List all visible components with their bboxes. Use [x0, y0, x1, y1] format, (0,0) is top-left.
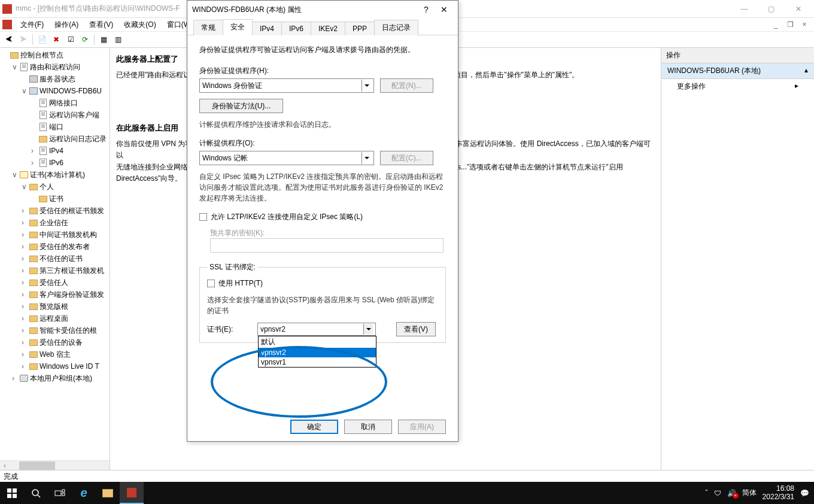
ssl-desc: 选择安全套接字隧道协议(SSTP)服务器应用来与 SSL (Web 侦听器)绑定… — [207, 294, 438, 316]
tray-volume-icon[interactable]: 🔊× — [727, 489, 736, 497]
collapse-icon[interactable]: ▴ — [804, 66, 808, 76]
tree-local-users[interactable]: ›本地用户和组(本地) — [0, 372, 110, 384]
tray-ime[interactable]: 简体 — [742, 488, 757, 498]
tree-enterprise[interactable]: ›企业信任 — [0, 217, 110, 229]
chevron-down-icon — [363, 324, 373, 335]
tree-trusted-pub[interactable]: ›受信任的发布者 — [0, 241, 110, 253]
tree-preview[interactable]: ›预览版根 — [0, 300, 110, 312]
tab-ppp[interactable]: PPP — [345, 22, 375, 35]
tree-root[interactable]: 控制台根节点 — [0, 49, 110, 61]
menu-action[interactable]: 操作(A) — [50, 19, 83, 31]
tab-ipv4[interactable]: IPv4 — [252, 22, 282, 35]
auth-provider-select[interactable]: Windows 身份验证 — [199, 78, 374, 93]
cert-option-vpnsvr2[interactable]: vpnsvr2 — [259, 348, 376, 357]
tree-intermediate[interactable]: ›中间证书颁发机构 — [0, 229, 110, 241]
system-tray: ˆ 🛡 🔊× 简体 16:08 2022/3/31 💬 — [706, 485, 814, 500]
tree-remote-desktop[interactable]: ›远程桌面 — [0, 312, 110, 324]
auth-method-button[interactable]: 身份验证方法(U)... — [199, 99, 283, 113]
taskbar: e ˆ 🛡 🔊× 简体 16:08 2022/3/31 💬 — [0, 482, 814, 504]
menu-file[interactable]: 文件(F) — [16, 19, 48, 31]
tree-ra-log[interactable]: 远程访问日志记录 — [0, 133, 110, 145]
cancel-button[interactable]: 取消 — [344, 420, 392, 434]
acct-provider-select[interactable]: Windows 记帐 — [199, 151, 374, 165]
dialog-buttons: 确定 取消 应用(A) — [290, 420, 446, 434]
search-button[interactable] — [24, 482, 48, 504]
mdi-restore[interactable]: ❐ — [783, 19, 797, 30]
up-button[interactable]: 📄 — [35, 33, 48, 46]
tree-pane[interactable]: 控制台根节点 ∨路由和远程访问 服务器状态 ∨WINDOWS-FDB6U 网络接… — [0, 48, 110, 470]
configure-c-button: 配置(C)... — [380, 151, 433, 165]
tree-winlive[interactable]: ›Windows Live ID T — [0, 360, 110, 372]
tree-ipv4[interactable]: ›IPv4 — [0, 145, 110, 157]
mdi-close[interactable]: × — [797, 19, 812, 30]
app-icon — [2, 20, 12, 29]
close-button[interactable]: ✕ — [785, 0, 812, 18]
svg-rect-3 — [13, 494, 17, 498]
help-button[interactable]: ▦ — [97, 33, 110, 46]
tree-trusted-root[interactable]: ›受信任的根证书颁发 — [0, 205, 110, 217]
back-button[interactable]: ⮜ — [2, 33, 16, 46]
start-button[interactable] — [0, 482, 24, 504]
tree-third-party[interactable]: ›第三方根证书颁发机 — [0, 265, 110, 277]
tab-security[interactable]: 安全 — [223, 19, 253, 35]
tree-server[interactable]: ∨WINDOWS-FDB6U — [0, 85, 110, 97]
minimize-button[interactable]: — — [731, 0, 758, 18]
menu-view[interactable]: 查看(V) — [84, 19, 118, 31]
maximize-button[interactable]: ▢ — [758, 0, 785, 18]
properties-button[interactable]: ☑ — [64, 33, 77, 46]
ok-button[interactable]: 确定 — [290, 420, 338, 434]
tree-netif[interactable]: 网络接口 — [0, 97, 110, 109]
actions-sub[interactable]: WINDOWS-FDB6UAR (本地)▴ — [661, 63, 814, 79]
tray-chevron-icon[interactable]: ˆ — [706, 489, 708, 497]
help-button[interactable]: ? — [417, 5, 435, 14]
tree-trusted-dev[interactable]: ›受信任的设备 — [0, 336, 110, 348]
svg-rect-2 — [7, 494, 11, 498]
tree-web-host[interactable]: ›Web 宿主 — [0, 348, 110, 360]
menu-fav[interactable]: 收藏夹(O) — [119, 19, 160, 31]
tree-server-status[interactable]: 服务器状态 — [0, 73, 110, 85]
view-button[interactable]: ▥ — [111, 33, 124, 46]
cert-option-default[interactable]: 默认 — [259, 336, 376, 348]
taskbar-mmc[interactable] — [120, 482, 144, 504]
allow-ipsec-checkbox[interactable] — [199, 213, 207, 221]
svg-line-5 — [38, 495, 40, 497]
use-http-checkbox[interactable] — [207, 280, 215, 287]
use-http-label: 使用 HTTP(T) — [218, 278, 263, 289]
refresh-button[interactable]: ⟳ — [78, 33, 92, 46]
taskbar-explorer[interactable] — [96, 482, 120, 504]
tree-hscroll[interactable]: ‹ — [0, 460, 110, 470]
tree-ipv6[interactable]: ›IPv6 — [0, 157, 110, 169]
cert-dropdown[interactable]: 默认 vpnsvr2 vpnsvr1 — [258, 336, 376, 368]
tab-logging[interactable]: 日志记录 — [374, 20, 418, 35]
svg-rect-0 — [7, 488, 11, 493]
tree-trusted-people[interactable]: ›受信任人 — [0, 277, 110, 289]
tree-certs[interactable]: ∨证书(本地计算机) — [0, 169, 110, 181]
mdi-minimize[interactable]: _ — [769, 19, 783, 30]
taskview-button[interactable] — [48, 482, 72, 504]
actions-more[interactable]: 更多操作▸ — [661, 79, 814, 94]
tray-notifications-icon[interactable]: 💬 — [800, 489, 809, 497]
tree-rras[interactable]: ∨路由和远程访问 — [0, 61, 110, 73]
view-cert-button[interactable]: 查看(V) — [396, 322, 436, 336]
actions-pane: 操作 WINDOWS-FDB6UAR (本地)▴ 更多操作▸ — [661, 48, 814, 470]
acct-desc: 计帐提供程序维护连接请求和会话的日志。 — [199, 119, 446, 130]
dialog-title: WINDOWS-FDB6UAR (本地) 属性 — [192, 5, 417, 15]
tree-ports[interactable]: 端口 — [0, 121, 110, 133]
tray-security-icon[interactable]: 🛡 — [714, 489, 721, 497]
forward-button[interactable]: ⮞ — [17, 33, 30, 46]
tree-client-auth[interactable]: ›客户端身份验证颁发 — [0, 289, 110, 300]
delete-button[interactable]: ✖ — [50, 33, 63, 46]
tree-smartcard[interactable]: ›智能卡受信任的根 — [0, 324, 110, 336]
tree-personal[interactable]: ∨个人 — [0, 181, 110, 193]
tab-ikev2[interactable]: IKEv2 — [311, 22, 345, 35]
cert-select[interactable]: vpnsvr2 默认 vpnsvr2 vpnsvr1 — [257, 323, 376, 336]
cert-option-vpnsvr1[interactable]: vpnsvr1 — [259, 357, 376, 367]
tab-ipv6[interactable]: IPv6 — [281, 22, 311, 35]
taskbar-ie[interactable]: e — [72, 482, 96, 504]
tab-general[interactable]: 常规 — [193, 20, 223, 35]
dialog-close-button[interactable]: ✕ — [435, 5, 453, 14]
tree-untrusted[interactable]: ›不信任的证书 — [0, 253, 110, 265]
tree-cert-leaf[interactable]: 证书 — [0, 193, 110, 205]
tray-clock[interactable]: 16:08 2022/3/31 — [763, 485, 794, 500]
tree-ra-clients[interactable]: 远程访问客户端 — [0, 109, 110, 121]
